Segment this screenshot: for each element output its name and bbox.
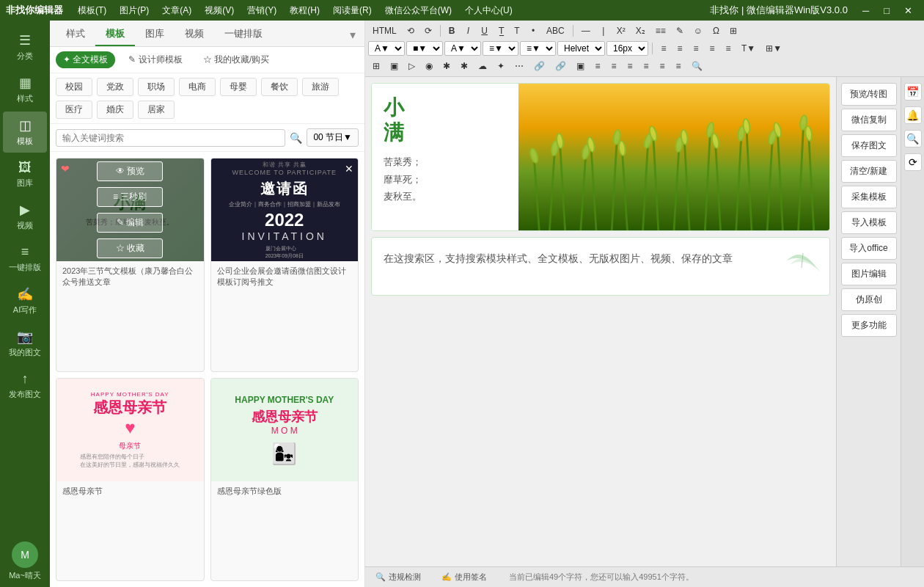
sidebar-item-video[interactable]: ▶ 视频	[3, 196, 47, 237]
close-btn[interactable]: ✕	[898, 2, 918, 19]
tb-text-style[interactable]: T▼	[737, 41, 760, 56]
tab-video[interactable]: 视频	[175, 23, 214, 46]
font-size-select[interactable]: 16px	[606, 41, 648, 56]
tb-align-5[interactable]: ≡	[721, 41, 736, 56]
signature-btn[interactable]: ✍ 使用签名	[437, 570, 491, 584]
letter-space-select[interactable]: ≡▼	[520, 41, 556, 56]
minimize-btn[interactable]: ─	[857, 2, 875, 19]
menu-wechat[interactable]: 微信公众平台(W)	[382, 3, 455, 18]
cat-party[interactable]: 党政	[97, 78, 133, 96]
tb-strikethrough[interactable]: T̲	[494, 23, 508, 38]
tb-sup[interactable]: X²	[612, 23, 630, 38]
import-office-btn[interactable]: 导入office	[841, 237, 897, 260]
tb-sparkle[interactable]: ✦	[493, 59, 509, 73]
cat-home[interactable]: 居家	[138, 101, 175, 119]
tb-link2[interactable]: 🔗	[551, 59, 571, 73]
line-height-select[interactable]: ≡▼	[483, 41, 518, 56]
maximize-btn[interactable]: □	[878, 2, 895, 19]
tb-grid2[interactable]: ⊞▼	[761, 41, 786, 56]
tb-cloud[interactable]: ☁	[474, 59, 491, 73]
cat-wedding[interactable]: 婚庆	[97, 101, 133, 119]
save-article-btn[interactable]: 保存图文	[841, 134, 897, 157]
tb-link[interactable]: 🔗	[529, 59, 549, 73]
tb-star2[interactable]: ✱	[456, 59, 472, 73]
sidebar-item-onekey[interactable]: ≡ 一键排版	[3, 238, 47, 279]
import-template-btn[interactable]: 导入模板	[841, 211, 897, 234]
tb-align-left[interactable]: ≡	[656, 41, 671, 56]
tb-list2[interactable]: ≡	[606, 59, 621, 73]
tb-pipe[interactable]: |	[596, 23, 611, 38]
tb-list1[interactable]: ≡	[590, 59, 605, 73]
bell-btn[interactable]: 🔔	[904, 106, 922, 124]
tab-style[interactable]: 样式	[56, 23, 95, 46]
menu-views[interactable]: 阅读量(R)	[330, 3, 375, 18]
tb-play[interactable]: ▷	[404, 59, 419, 73]
tab-template[interactable]: 模板	[95, 23, 135, 46]
tab-onekey[interactable]: 一键排版	[214, 23, 273, 46]
wechat-copy-btn[interactable]: 微信复制	[841, 109, 897, 131]
cat-ecom[interactable]: 电商	[179, 78, 216, 96]
tb-redo[interactable]: ⟳	[420, 23, 436, 38]
tb-italic[interactable]: I	[461, 23, 475, 38]
menu-user[interactable]: 个人中心(U)	[462, 3, 516, 18]
tb-insert-table[interactable]: ⊞	[368, 59, 384, 73]
tb-bold[interactable]: B	[444, 23, 460, 38]
menu-image[interactable]: 图片(P)	[117, 3, 152, 18]
subtab-designer[interactable]: ✎ 设计师模板	[121, 51, 189, 68]
sidebar-item-myimage[interactable]: 📷 我的图文	[3, 323, 47, 364]
sidebar-item-style[interactable]: ▦ 样式	[3, 69, 47, 110]
tb-emoji[interactable]: ☺	[689, 23, 707, 38]
tb-record[interactable]: ◉	[421, 59, 437, 73]
tb-underline[interactable]: U	[477, 23, 492, 38]
card-2-close-icon[interactable]: ✕	[345, 163, 353, 175]
sidebar-item-classify[interactable]: ☰ 分类	[3, 26, 47, 68]
tb-block[interactable]: ▣	[572, 59, 589, 73]
calendar-btn[interactable]: 📅	[904, 83, 922, 101]
template-card-1[interactable]: 小满 苦菜秀；靡草死；麦秋至。 ❤ 👁 预览 ≡ 三秒刷 ✎ 编辑 ☆ 收藏 2…	[56, 158, 205, 372]
tb-list[interactable]: •	[526, 23, 540, 38]
date-filter-btn[interactable]: 00 节日▼	[307, 128, 359, 147]
tb-search2[interactable]: 🔍	[687, 59, 707, 73]
search-mini-btn[interactable]: 🔍	[904, 130, 922, 147]
clear-new-btn[interactable]: 清空/新建	[841, 160, 897, 183]
pseudo-original-btn[interactable]: 伪原创	[841, 288, 897, 311]
tb-symbol[interactable]: Ω	[708, 23, 724, 38]
collect-btn[interactable]: ☆ 收藏	[97, 238, 163, 258]
subtab-favorites[interactable]: ☆ 我的收藏/购买	[196, 51, 277, 68]
quick-apply-btn[interactable]: ≡ 三秒刷	[97, 187, 163, 207]
cat-travel[interactable]: 旅游	[302, 78, 339, 96]
menu-template[interactable]: 模板(T)	[75, 3, 109, 18]
tb-list3[interactable]: ≡	[623, 59, 637, 73]
tb-dash[interactable]: —	[577, 23, 595, 38]
sidebar-item-chat[interactable]: M Ma~晴天	[3, 536, 47, 587]
edit-btn[interactable]: ✎ 编辑	[97, 213, 163, 233]
template-card-4[interactable]: HAPPY MOTHER'S DAY 感恩母亲节 M O M 👩‍👧 感恩母亲节…	[210, 378, 359, 581]
sidebar-item-ai[interactable]: ✍ AI写作	[3, 280, 47, 321]
image-edit-btn[interactable]: 图片编辑	[841, 263, 897, 285]
tb-image[interactable]: ▣	[386, 59, 403, 73]
menu-marketing[interactable]: 营销(Y)	[244, 3, 279, 18]
sidebar-item-publish[interactable]: ↑ 发布图文	[3, 365, 47, 406]
tab-more-icon[interactable]: ▾	[347, 23, 359, 46]
refresh-mini-btn[interactable]: ⟳	[904, 153, 922, 171]
font-family-select[interactable]: Helvet	[557, 41, 605, 56]
collect-template-btn[interactable]: 采集模板	[841, 186, 897, 208]
template-card-3[interactable]: HAPPY MOTHER'S DAY 感恩母亲节 ♥ 母亲节 感恩有您陪伴的每个…	[56, 378, 205, 581]
menu-article[interactable]: 文章(A)	[159, 3, 194, 18]
cat-baby[interactable]: 母婴	[220, 78, 257, 96]
cat-work[interactable]: 职场	[138, 78, 175, 96]
font-size-select-a[interactable]: A▼	[444, 41, 481, 56]
cat-food[interactable]: 餐饮	[261, 78, 298, 96]
tb-pen[interactable]: ✎	[672, 23, 688, 38]
preview-convert-btn[interactable]: 预览/转图	[841, 83, 897, 106]
menu-video[interactable]: 视频(V)	[202, 3, 237, 18]
violation-check-btn[interactable]: 🔍 违规检测	[371, 570, 425, 584]
tb-align-justify[interactable]: ≡	[705, 41, 719, 56]
tb-list5[interactable]: ≡	[655, 59, 670, 73]
cat-medical[interactable]: 医疗	[56, 101, 92, 119]
tb-text[interactable]: T	[510, 23, 524, 38]
tb-indent[interactable]: ≡≡	[651, 23, 670, 38]
tb-align-right[interactable]: ≡	[689, 41, 703, 56]
sidebar-item-template[interactable]: ◫ 模板	[3, 112, 47, 153]
tb-list6[interactable]: ≡	[671, 59, 686, 73]
